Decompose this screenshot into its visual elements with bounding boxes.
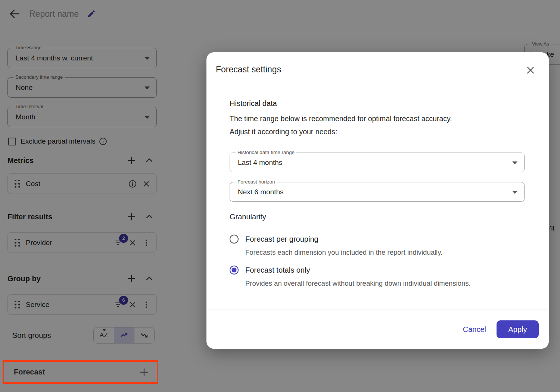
forecast-horizon-select[interactable]: Forecast horizon Next 6 months [230, 182, 525, 202]
option-label[interactable]: Forecast per grouping [245, 235, 318, 244]
historical-time-range-label: Historical data time range [236, 150, 296, 155]
forecast-settings-dialog: Forecast settings Historical data The ti… [206, 52, 549, 349]
historical-data-description: The time range below is recommended for … [230, 112, 452, 138]
description-line-1: The time range below is recommended for … [230, 112, 452, 125]
option-forecast-totals-only: Forecast totals only Provides an overall… [230, 266, 471, 288]
cancel-button[interactable]: Cancel [463, 325, 486, 334]
apply-button[interactable]: Apply [497, 320, 539, 338]
historical-time-range-value: Last 4 months [238, 159, 282, 167]
radio-selected-icon[interactable] [230, 266, 239, 275]
forecast-section-title: Forecast [14, 368, 139, 376]
dropdown-arrow-icon [512, 161, 517, 164]
historical-data-heading: Historical data [230, 99, 277, 108]
add-forecast-button[interactable] [139, 367, 149, 377]
historical-data-time-range-select[interactable]: Historical data time range Last 4 months [230, 153, 525, 172]
option-forecast-per-grouping: Forecast per grouping Forecasts each dim… [230, 235, 442, 257]
option-label[interactable]: Forecast totals only [245, 266, 310, 275]
close-x-icon[interactable] [525, 65, 536, 76]
forecast-section-annotation: Forecast [3, 360, 158, 384]
dialog-footer: Cancel Apply [206, 310, 549, 349]
granularity-heading: Granularity [230, 213, 266, 221]
dialog-title: Forecast settings [216, 65, 281, 75]
forecast-horizon-label: Forecast horizon [236, 179, 277, 185]
app-root: Report name Time Range Last 4 months w. … [0, 0, 560, 392]
option-description: Provides an overall forecast without bre… [245, 279, 471, 288]
description-line-2: Adjust it according to your needs: [230, 125, 452, 138]
dropdown-arrow-icon [512, 191, 517, 194]
radio-unselected-icon[interactable] [230, 235, 239, 244]
forecast-horizon-value: Next 6 months [238, 188, 284, 196]
option-description: Forecasts each dimension you included in… [245, 248, 442, 257]
